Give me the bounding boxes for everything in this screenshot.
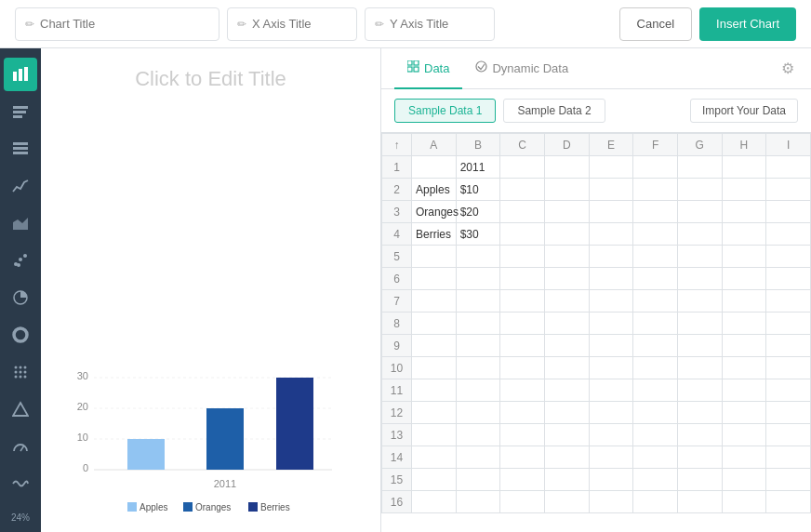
tab-data[interactable]: Data — [394, 48, 462, 89]
cell-h-3[interactable] — [722, 201, 766, 223]
cell-g-9[interactable] — [677, 335, 722, 357]
cell-e-12[interactable] — [589, 402, 633, 424]
cell-b-10[interactable] — [456, 357, 500, 379]
table-row[interactable]: 9 — [382, 335, 811, 357]
sidebar-icon-bar[interactable] — [4, 58, 37, 91]
cell-e-3[interactable] — [589, 201, 633, 223]
cell-b-5[interactable] — [456, 246, 500, 268]
cell-a-15[interactable] — [412, 469, 457, 491]
cell-b-2[interactable]: $10 — [456, 179, 500, 201]
cell-h-2[interactable] — [722, 179, 766, 201]
cell-e-13[interactable] — [589, 424, 633, 446]
chart-title-placeholder[interactable]: Click to Edit Title — [135, 67, 286, 91]
cell-a-9[interactable] — [412, 335, 457, 357]
cell-e-4[interactable] — [589, 223, 633, 246]
cell-a-5[interactable] — [412, 246, 457, 268]
cell-e-14[interactable] — [589, 446, 633, 469]
cell-d-6[interactable] — [544, 268, 589, 290]
cell-i-3[interactable] — [766, 201, 811, 223]
cell-d-14[interactable] — [544, 446, 589, 469]
cell-g-16[interactable] — [677, 491, 722, 513]
cell-h-11[interactable] — [722, 379, 766, 402]
cell-a-14[interactable] — [412, 446, 457, 469]
cell-c-14[interactable] — [500, 446, 545, 469]
cell-a-12[interactable] — [412, 402, 457, 424]
cell-i-1[interactable] — [766, 156, 811, 179]
cell-h-13[interactable] — [722, 424, 766, 446]
cell-d-5[interactable] — [544, 246, 589, 268]
table-row[interactable]: 13 — [382, 424, 811, 446]
cell-g-7[interactable] — [677, 290, 722, 313]
cell-f-1[interactable] — [633, 156, 678, 179]
cell-b-11[interactable] — [456, 379, 500, 402]
cell-a-13[interactable] — [412, 424, 457, 446]
sidebar-icon-wave[interactable] — [4, 467, 37, 500]
cell-e-7[interactable] — [589, 290, 633, 313]
cell-g-4[interactable] — [677, 223, 722, 246]
sidebar-icon-pie[interactable] — [4, 281, 37, 314]
cell-f-4[interactable] — [633, 223, 678, 246]
cell-e-5[interactable] — [589, 246, 633, 268]
cell-c-15[interactable] — [500, 469, 545, 491]
cell-g-11[interactable] — [677, 379, 722, 402]
settings-icon[interactable]: ⚙ — [778, 56, 798, 81]
table-row[interactable]: 6 — [382, 268, 811, 290]
cell-e-15[interactable] — [589, 469, 633, 491]
cell-i-9[interactable] — [766, 335, 811, 357]
cell-g-14[interactable] — [677, 446, 722, 469]
sample-data-2-button[interactable]: Sample Data 2 — [503, 99, 605, 123]
cell-i-5[interactable] — [766, 246, 811, 268]
cell-g-10[interactable] — [677, 357, 722, 379]
cell-h-7[interactable] — [722, 290, 766, 313]
cell-b-14[interactable] — [456, 446, 500, 469]
sidebar-icon-gauge[interactable] — [4, 430, 37, 463]
cell-d-8[interactable] — [544, 313, 589, 335]
cell-a-11[interactable] — [412, 379, 457, 402]
cell-d-10[interactable] — [544, 357, 589, 379]
cell-b-13[interactable] — [456, 424, 500, 446]
table-row[interactable]: 14 — [382, 446, 811, 469]
cell-i-15[interactable] — [766, 469, 811, 491]
cell-f-12[interactable] — [633, 402, 678, 424]
cell-d-4[interactable] — [544, 223, 589, 246]
cell-a-2[interactable]: Apples — [412, 179, 457, 201]
table-row[interactable]: 5 — [382, 246, 811, 268]
cell-i-4[interactable] — [766, 223, 811, 246]
cell-g-13[interactable] — [677, 424, 722, 446]
cell-c-9[interactable] — [500, 335, 545, 357]
chart-title-field[interactable] — [40, 17, 209, 31]
cell-f-15[interactable] — [633, 469, 678, 491]
cell-g-1[interactable] — [677, 156, 722, 179]
cell-d-9[interactable] — [544, 335, 589, 357]
cell-i-14[interactable] — [766, 446, 811, 469]
cell-g-3[interactable] — [677, 201, 722, 223]
cell-c-7[interactable] — [500, 290, 545, 313]
cell-h-14[interactable] — [722, 446, 766, 469]
cell-h-16[interactable] — [722, 491, 766, 513]
cell-f-8[interactable] — [633, 313, 678, 335]
table-row[interactable]: 12 — [382, 402, 811, 424]
x-axis-title-field[interactable] — [252, 17, 347, 31]
cell-b-6[interactable] — [456, 268, 500, 290]
cell-e-6[interactable] — [589, 268, 633, 290]
cell-b-3[interactable]: $20 — [456, 201, 500, 223]
cell-h-12[interactable] — [722, 402, 766, 424]
cell-d-13[interactable] — [544, 424, 589, 446]
tab-dynamic-data[interactable]: Dynamic Data — [462, 48, 581, 89]
table-row[interactable]: 1 2011 — [382, 156, 811, 179]
cell-c-11[interactable] — [500, 379, 545, 402]
cell-f-16[interactable] — [633, 491, 678, 513]
sidebar-icon-dotgrid[interactable] — [4, 355, 37, 389]
cell-f-9[interactable] — [633, 335, 678, 357]
cell-a-4[interactable]: Berries — [412, 223, 457, 246]
cell-e-11[interactable] — [589, 379, 633, 402]
cell-h-8[interactable] — [722, 313, 766, 335]
cell-i-8[interactable] — [766, 313, 811, 335]
cell-c-6[interactable] — [500, 268, 545, 290]
cell-c-1[interactable] — [500, 156, 545, 179]
cell-f-13[interactable] — [633, 424, 678, 446]
x-axis-title-input[interactable]: ✏ — [227, 7, 357, 41]
cell-h-1[interactable] — [722, 156, 766, 179]
cell-i-12[interactable] — [766, 402, 811, 424]
cell-b-8[interactable] — [456, 313, 500, 335]
